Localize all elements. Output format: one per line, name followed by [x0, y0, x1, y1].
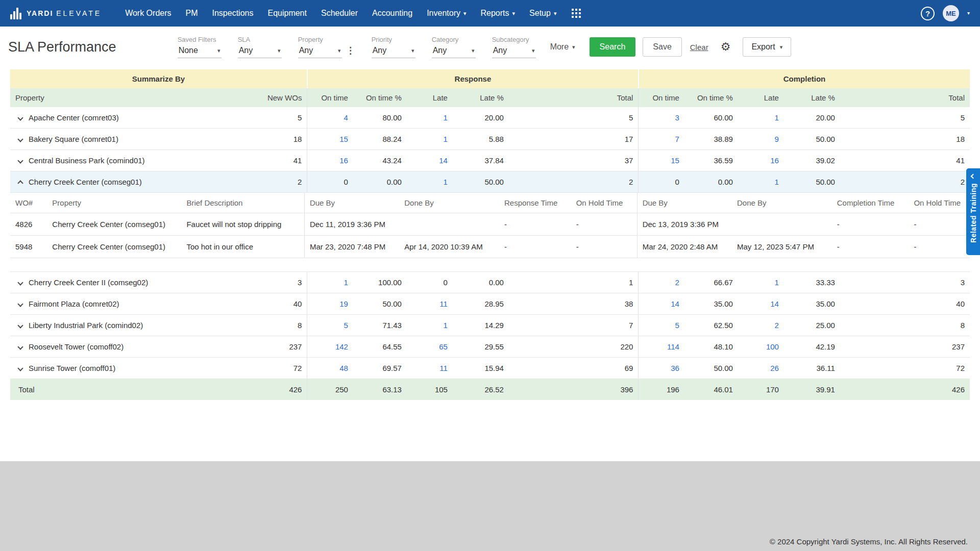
completion-late-link[interactable]: 100: [766, 342, 779, 351]
response-on-time-link[interactable]: 5: [344, 321, 348, 330]
property-cell[interactable]: Sunrise Tower (comoff01): [10, 358, 256, 379]
completion-on-time-cell[interactable]: 15: [639, 150, 684, 171]
response-late-cell[interactable]: 11: [407, 358, 453, 379]
completion-on-time-link[interactable]: 36: [671, 364, 679, 372]
completion-on-time-link[interactable]: 114: [667, 342, 679, 351]
nav-item-scheduler[interactable]: Scheduler: [321, 9, 358, 18]
completion-on-time-cell[interactable]: 114: [639, 336, 684, 358]
response-on-time-cell[interactable]: 1: [307, 272, 353, 293]
yardi-elevate-logo[interactable]: YARDI ELEVATE: [10, 7, 102, 19]
response-late-link[interactable]: 1: [444, 135, 448, 143]
response-late-cell[interactable]: 11: [407, 293, 453, 315]
chevron-down-icon[interactable]: [17, 344, 23, 349]
completion-late-link[interactable]: 14: [770, 299, 779, 308]
avatar[interactable]: ME: [943, 5, 959, 21]
kebab-menu-icon[interactable]: ⋮: [346, 45, 355, 58]
response-late-cell[interactable]: 1: [407, 107, 453, 129]
completion-on-time-link[interactable]: 14: [671, 299, 679, 308]
chevron-down-icon[interactable]: [17, 301, 23, 307]
response-late-cell[interactable]: 65: [407, 336, 453, 358]
completion-late-link[interactable]: 16: [770, 156, 779, 165]
response-on-time-cell[interactable]: 15: [307, 129, 353, 150]
response-on-time-cell[interactable]: 142: [307, 336, 353, 358]
nav-item-accounting[interactable]: Accounting: [372, 9, 412, 18]
filter-sla-select[interactable]: Any▾: [238, 45, 282, 58]
response-late-cell[interactable]: 14: [407, 150, 453, 171]
completion-late-cell[interactable]: 2: [738, 315, 784, 336]
response-on-time-link[interactable]: 19: [339, 299, 348, 308]
export-button[interactable]: Export ▾: [743, 37, 791, 57]
chevron-down-icon[interactable]: [17, 322, 23, 328]
completion-late-cell[interactable]: 100: [738, 336, 784, 358]
help-icon[interactable]: ?: [921, 7, 935, 20]
completion-on-time-cell[interactable]: 3: [639, 107, 684, 129]
property-cell[interactable]: Roosevelt Tower (comoff02): [10, 336, 256, 358]
save-button[interactable]: Save: [643, 37, 681, 57]
clear-button[interactable]: Clear: [690, 43, 708, 52]
property-cell[interactable]: Liberty Industrial Park (comind02): [10, 315, 256, 336]
filter-subcategory-select[interactable]: Any▾: [492, 45, 536, 58]
response-late-link[interactable]: 1: [444, 178, 448, 186]
nav-item-equipment[interactable]: Equipment: [267, 9, 307, 18]
related-training-tab[interactable]: Related Training: [966, 168, 980, 255]
property-cell[interactable]: Bakery Square (comret01): [10, 129, 256, 150]
completion-late-link[interactable]: 26: [770, 364, 779, 372]
completion-late-cell[interactable]: 14: [738, 293, 784, 315]
chevron-down-icon[interactable]: [17, 280, 23, 285]
response-on-time-link[interactable]: 16: [339, 156, 348, 165]
response-late-link[interactable]: 11: [439, 299, 448, 308]
completion-late-link[interactable]: 9: [775, 135, 779, 143]
response-on-time-link[interactable]: 48: [339, 364, 348, 372]
nav-item-work-orders[interactable]: Work Orders: [125, 9, 171, 18]
completion-late-cell[interactable]: 9: [738, 129, 784, 150]
chevron-down-icon[interactable]: [17, 365, 23, 371]
nav-item-setup[interactable]: Setup▾: [529, 9, 556, 18]
response-on-time-link[interactable]: 15: [339, 135, 348, 143]
completion-on-time-link[interactable]: 3: [675, 113, 679, 122]
completion-on-time-link[interactable]: 5: [675, 321, 679, 330]
chevron-up-icon[interactable]: [17, 180, 23, 186]
response-on-time-link[interactable]: 4: [344, 113, 348, 122]
response-on-time-cell[interactable]: 48: [307, 358, 353, 379]
completion-late-link[interactable]: 1: [775, 113, 779, 122]
property-cell[interactable]: Cherry Creek Center II (comseg02): [10, 272, 256, 293]
completion-late-cell[interactable]: 1: [738, 107, 784, 129]
completion-on-time-cell[interactable]: 5: [639, 315, 684, 336]
nav-item-inventory[interactable]: Inventory▾: [427, 9, 466, 18]
nav-item-inspections[interactable]: Inspections: [212, 9, 254, 18]
response-late-link[interactable]: 11: [439, 364, 448, 372]
completion-on-time-link[interactable]: 7: [675, 135, 679, 143]
response-on-time-link[interactable]: 142: [335, 342, 348, 351]
completion-on-time-cell[interactable]: 14: [639, 293, 684, 315]
completion-late-cell[interactable]: 26: [738, 358, 784, 379]
response-on-time-cell[interactable]: 5: [307, 315, 353, 336]
completion-on-time-link[interactable]: 2: [675, 278, 679, 287]
response-on-time-link[interactable]: 1: [344, 278, 348, 287]
completion-on-time-link[interactable]: 15: [671, 156, 679, 165]
completion-late-cell[interactable]: 16: [738, 150, 784, 171]
response-late-link[interactable]: 65: [439, 342, 448, 351]
more-filters-button[interactable]: More ▾: [550, 42, 575, 52]
response-on-time-cell[interactable]: 19: [307, 293, 353, 315]
response-late-link[interactable]: 14: [439, 156, 448, 165]
response-late-cell[interactable]: 1: [407, 315, 453, 336]
completion-late-link[interactable]: 1: [775, 278, 779, 287]
property-cell[interactable]: Fairmont Plaza (comret02): [10, 293, 256, 315]
nav-item-pm[interactable]: PM: [186, 9, 198, 18]
response-late-link[interactable]: 1: [444, 113, 448, 122]
filter-property-select[interactable]: Any▾: [298, 45, 342, 58]
completion-late-link[interactable]: 1: [775, 178, 779, 186]
response-late-link[interactable]: 1: [444, 321, 448, 330]
chevron-down-icon[interactable]: [17, 158, 23, 163]
response-on-time-cell[interactable]: 4: [307, 107, 353, 129]
completion-late-cell[interactable]: 1: [738, 272, 784, 293]
apps-grid-icon[interactable]: [572, 9, 581, 18]
completion-on-time-cell[interactable]: 36: [639, 358, 684, 379]
property-cell[interactable]: Cherry Creek Center (comseg01): [10, 171, 256, 193]
filter-category-select[interactable]: Any▾: [432, 45, 476, 58]
settings-gear-icon[interactable]: ⚙: [721, 41, 731, 53]
property-cell[interactable]: Apache Center (comret03): [10, 107, 256, 129]
response-late-cell[interactable]: 1: [407, 171, 453, 193]
filter-priority-select[interactable]: Any▾: [372, 45, 415, 58]
completion-on-time-cell[interactable]: 7: [639, 129, 684, 150]
